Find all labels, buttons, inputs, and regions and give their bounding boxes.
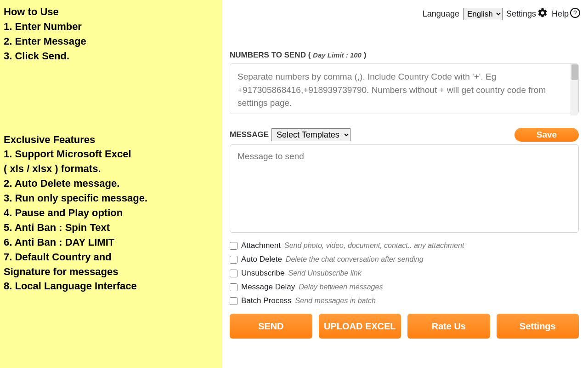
svg-text:?: ? bbox=[573, 9, 577, 17]
feature-line: 6. Anti Ban : DAY LIMIT bbox=[4, 235, 219, 250]
rate-us-button[interactable]: Rate Us bbox=[407, 314, 490, 339]
top-bar: Language English Settings Help ? bbox=[230, 5, 581, 23]
upload-excel-button[interactable]: UPLOAD EXCEL bbox=[319, 314, 401, 339]
message-delay-checkbox[interactable] bbox=[230, 283, 237, 291]
action-buttons: SEND UPLOAD EXCEL Rate Us Settings bbox=[230, 314, 579, 339]
howto-title: How to Use bbox=[4, 5, 219, 19]
template-select[interactable]: Select Templates bbox=[271, 128, 351, 141]
features-title: Exclusive Features bbox=[4, 132, 219, 147]
main-panel: Language English Settings Help ? NUMBERS… bbox=[222, 0, 588, 368]
option-hint: Send photo, video, document, contact.. a… bbox=[284, 242, 464, 250]
numbers-label: NUMBERS TO SEND ( Day Limit : 100 ) bbox=[230, 51, 581, 60]
info-panel: How to Use 1. Enter Number 2. Enter Mess… bbox=[0, 0, 222, 368]
gear-icon bbox=[537, 7, 548, 21]
option-label: Message Delay bbox=[241, 282, 295, 292]
language-label: Language bbox=[423, 9, 459, 19]
howto-step: 1. Enter Number bbox=[4, 19, 219, 34]
option-label: Attachment bbox=[241, 241, 281, 250]
help-link[interactable]: Help ? bbox=[552, 7, 581, 21]
option-unsubscribe[interactable]: Unsubscribe Send Unsubscribe link bbox=[230, 269, 581, 278]
howto-step: 2. Enter Message bbox=[4, 34, 219, 49]
message-input[interactable] bbox=[230, 144, 579, 233]
unsubscribe-checkbox[interactable] bbox=[230, 270, 237, 277]
numbers-input[interactable] bbox=[230, 63, 579, 114]
feature-line: Signature for messages bbox=[4, 264, 219, 279]
help-icon: ? bbox=[570, 7, 581, 21]
option-auto-delete[interactable]: Auto Delete Delete the chat conversation… bbox=[230, 255, 581, 264]
option-hint: Send messages in batch bbox=[295, 297, 376, 305]
batch-process-checkbox[interactable] bbox=[230, 297, 237, 305]
feature-line: 7. Default Country and bbox=[4, 250, 219, 264]
help-link-label: Help bbox=[552, 9, 569, 19]
language-select[interactable]: English bbox=[463, 8, 503, 20]
auto-delete-checkbox[interactable] bbox=[230, 256, 237, 264]
settings-button[interactable]: Settings bbox=[497, 314, 579, 339]
day-limit-text: Day Limit : 100 bbox=[313, 51, 362, 59]
howto-step: 3. Click Send. bbox=[4, 49, 219, 63]
feature-line: ( xls / xlsx ) formats. bbox=[4, 161, 219, 176]
option-hint: Delete the chat conversation after sendi… bbox=[286, 255, 424, 264]
option-label: Batch Process bbox=[241, 296, 292, 305]
feature-line: 1. Support Microsoft Excel bbox=[4, 147, 219, 161]
feature-line: 3. Run only specific message. bbox=[4, 191, 219, 206]
feature-line: 4. Pause and Play option bbox=[4, 206, 219, 220]
send-button[interactable]: SEND bbox=[230, 314, 312, 339]
message-label: MESSAGE bbox=[230, 130, 269, 139]
settings-link-label: Settings bbox=[506, 9, 536, 19]
option-batch-process[interactable]: Batch Process Send messages in batch bbox=[230, 296, 581, 305]
option-message-delay[interactable]: Message Delay Delay between messages bbox=[230, 282, 581, 292]
attachment-checkbox[interactable] bbox=[230, 242, 237, 250]
option-label: Auto Delete bbox=[241, 255, 282, 264]
feature-line: 2. Auto Delete message. bbox=[4, 176, 219, 191]
numbers-scrollbar[interactable] bbox=[571, 64, 578, 115]
option-label: Unsubscribe bbox=[241, 269, 285, 278]
option-hint: Send Unsubscribe link bbox=[288, 269, 362, 277]
numbers-scrollbar-thumb[interactable] bbox=[571, 64, 578, 80]
option-attachment[interactable]: Attachment Send photo, video, document, … bbox=[230, 241, 581, 250]
options-group: Attachment Send photo, video, document, … bbox=[230, 241, 581, 305]
save-button[interactable]: Save bbox=[514, 128, 579, 142]
settings-link[interactable]: Settings bbox=[506, 7, 548, 21]
feature-line: 8. Local Language Interface bbox=[4, 279, 219, 293]
feature-line: 5. Anti Ban : Spin Text bbox=[4, 220, 219, 235]
option-hint: Delay between messages bbox=[299, 283, 383, 291]
